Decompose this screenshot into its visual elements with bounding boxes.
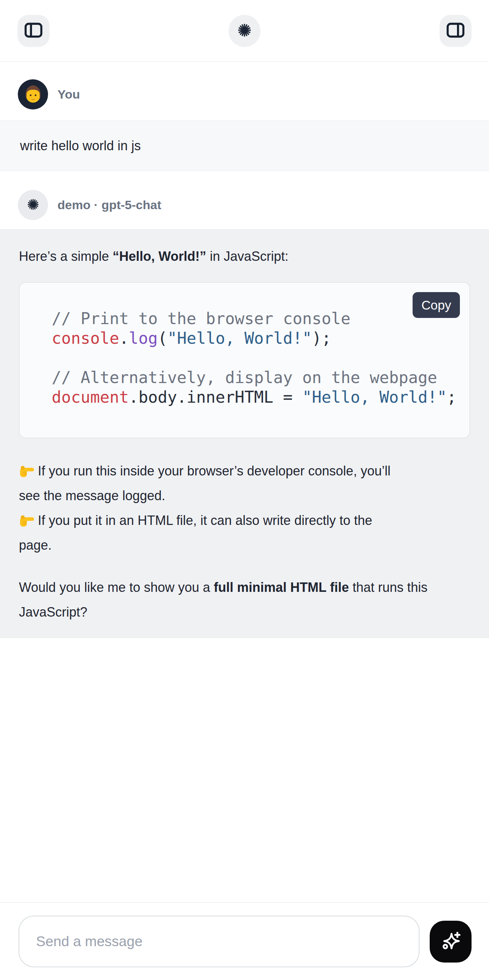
chat-app: You write hello world in js [0, 0, 489, 980]
assistant-avatar [18, 190, 48, 220]
user-message: write hello world in js [0, 121, 489, 171]
composer-bar [0, 902, 489, 980]
app-logo-button[interactable] [228, 15, 261, 47]
user-message-text: write hello world in js [20, 138, 141, 154]
send-button[interactable] [430, 921, 471, 963]
panel-right-icon [446, 21, 465, 40]
top-bar [0, 0, 489, 62]
assistant-notes: If you run this inside your browser’s de… [19, 459, 470, 558]
panel-left-icon [24, 21, 43, 40]
note-line: see the message logged. [19, 484, 470, 508]
user-avatar [18, 79, 48, 110]
code-block: Copy // Print to the browser console con… [19, 282, 470, 438]
sparkle-icon [439, 929, 462, 954]
chat-scroll-area: You write hello world in js [0, 62, 489, 902]
toggle-right-panel-button[interactable] [440, 15, 471, 47]
starburst-icon [25, 197, 41, 213]
user-turn-header: You [0, 79, 489, 110]
toggle-left-panel-button[interactable] [18, 15, 49, 47]
note-line: page. [19, 533, 470, 558]
person-emoji-icon [22, 83, 45, 107]
assistant-author-label: demo · gpt-5-chat [57, 198, 161, 212]
code-content: // Print to the browser console console.… [52, 309, 460, 407]
assistant-outro-text: Would you like me to show you a full min… [19, 575, 470, 625]
copy-code-button[interactable]: Copy [413, 292, 460, 318]
message-input[interactable] [19, 916, 419, 967]
assistant-turn-header: demo · gpt-5-chat [0, 190, 489, 220]
note-line: If you put it in an HTML file, it can al… [19, 508, 470, 533]
note-line: If you run this inside your browser’s de… [19, 459, 470, 484]
blank-code-line [52, 348, 460, 368]
assistant-message: Here’s a simple “Hello, World!” in JavaS… [0, 229, 489, 638]
pointing-right-icon [19, 512, 35, 528]
starburst-icon [236, 22, 253, 40]
assistant-intro-text: Here’s a simple “Hello, World!” in JavaS… [19, 244, 470, 269]
user-author-label: You [57, 87, 80, 102]
pointing-right-icon [19, 463, 35, 479]
